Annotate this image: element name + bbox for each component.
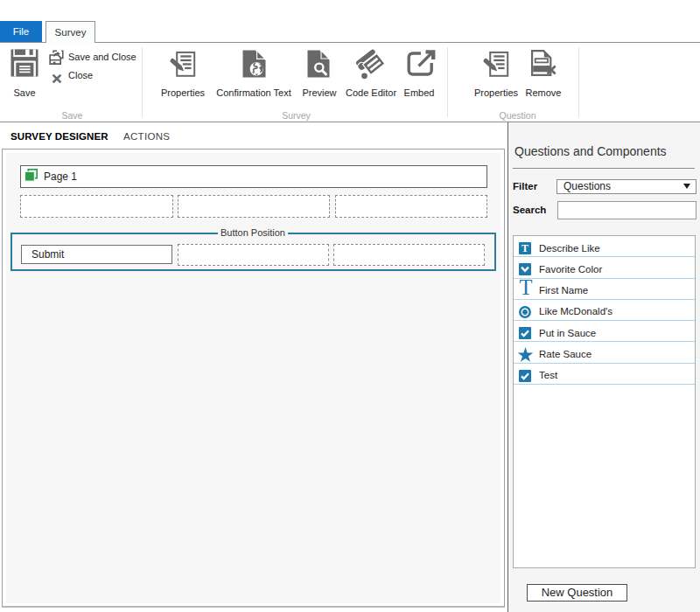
svg-text:T: T <box>522 242 528 254</box>
svg-text:T: T <box>520 280 533 297</box>
